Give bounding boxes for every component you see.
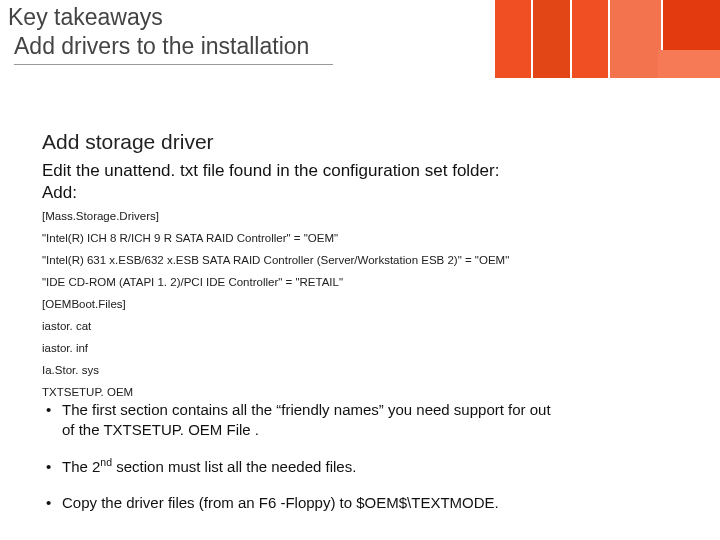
stripe <box>495 0 531 78</box>
bullet-2-text-b: section must list all the needed files. <box>112 458 356 475</box>
title-block: Key takeaways Add drivers to the install… <box>8 4 333 65</box>
header-decoration <box>495 0 720 78</box>
bullet-2-text-a: The 2 <box>62 458 100 475</box>
stripe <box>533 0 569 78</box>
code-line: "IDE CD-ROM (ATAPI 1. 2)/PCI IDE Control… <box>42 276 700 288</box>
stripe <box>610 0 661 78</box>
stripe <box>663 0 720 78</box>
code-line: iastor. cat <box>42 320 700 332</box>
stripe <box>572 0 608 78</box>
title-line2: Add drivers to the installation <box>14 33 333 65</box>
bullet-2: The 2nd section must list all the needed… <box>46 457 686 477</box>
code-line: TXTSETUP. OEM <box>42 386 700 398</box>
bullets: The first section contains all the “frie… <box>46 400 686 529</box>
bullet-1-text-a: The first section contains all the “frie… <box>62 401 551 418</box>
bullet-2-sup: nd <box>100 456 112 468</box>
code-line: [Mass.Storage.Drivers] <box>42 210 700 222</box>
slide: Key takeaways Add drivers to the install… <box>0 0 720 540</box>
bullet-3: Copy the driver files (from an F6 -Flopp… <box>46 493 686 513</box>
code-block: [Mass.Storage.Drivers] "Intel(R) ICH 8 R… <box>42 210 700 408</box>
desc-line2: Add: <box>42 183 77 202</box>
bullet-1: The first section contains all the “frie… <box>46 400 686 441</box>
desc-line1: Edit the unattend. txt file found in the… <box>42 161 499 180</box>
bullet-1-text-b: of the TXTSETUP. OEM File . <box>62 420 686 440</box>
code-line: iastor. inf <box>42 342 700 354</box>
code-line: "Intel(R) ICH 8 R/ICH 9 R SATA RAID Cont… <box>42 232 700 244</box>
code-line: Ia.Stor. sys <box>42 364 700 376</box>
subtitle: Add storage driver <box>42 130 214 154</box>
title-line1: Key takeaways <box>8 4 333 31</box>
description: Edit the unattend. txt file found in the… <box>42 160 499 204</box>
code-line: [OEMBoot.Files] <box>42 298 700 310</box>
code-line: "Intel(R) 631 x.ESB/632 x.ESB SATA RAID … <box>42 254 700 266</box>
bullet-3-text: Copy the driver files (from an F6 -Flopp… <box>62 494 499 511</box>
